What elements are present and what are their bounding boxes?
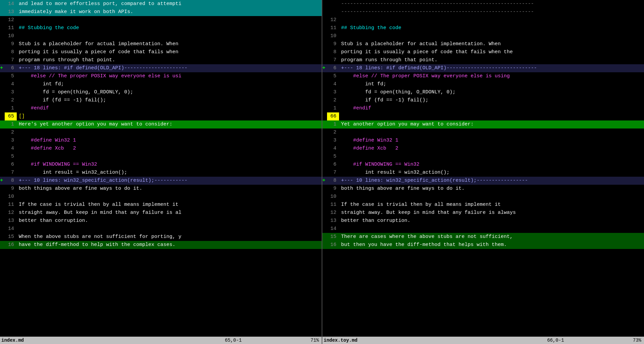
no-indicator <box>0 193 5 201</box>
no-indicator <box>0 72 5 80</box>
line: 9Stub is a placeholder for actual implem… <box>322 40 644 48</box>
line-content: fd = open(thing, O_RDONLY, 0); <box>339 88 644 96</box>
right-pane: ----------------------------------------… <box>322 0 644 344</box>
line-number: 13 <box>5 8 17 16</box>
line-content: +--- 10 lines: win32_specific_action(res… <box>339 177 644 185</box>
line: 12straight away. But keep in mind that a… <box>0 209 322 217</box>
left-filename: index.md <box>0 338 156 343</box>
left-pane: 14and lead to more effortless port, comp… <box>0 0 322 344</box>
left-status-bar: index.md 65,0-1 71% <box>0 337 322 344</box>
line: 14and lead to more effortless port, comp… <box>0 0 322 8</box>
line-content: There are cases where the above stubs ar… <box>339 233 644 241</box>
line-number: 12 <box>327 16 339 24</box>
line-content: porting it is usually a piece of code th… <box>339 48 644 56</box>
line-number: 1 <box>5 104 17 112</box>
left-content: 14and lead to more effortless port, comp… <box>0 0 322 337</box>
line-number: 1 <box>5 120 17 128</box>
line: 66 <box>322 112 644 120</box>
line-content: and lead to more effortless port, compar… <box>17 0 322 8</box>
no-indicator <box>322 104 327 112</box>
no-indicator <box>0 24 5 32</box>
line: +6+--- 18 lines: #if defined(OLD_API)---… <box>0 64 322 72</box>
line-number: 14 <box>5 225 17 233</box>
no-indicator <box>0 137 5 145</box>
line-content: +--- 18 lines: #if defined(OLD_API)-----… <box>17 64 322 72</box>
line-content: program runs through that point. <box>17 56 322 64</box>
line-number: 2 <box>327 96 339 104</box>
line-number: 5 <box>5 153 17 161</box>
right-content: ----------------------------------------… <box>322 0 644 337</box>
line-number: 7 <box>5 169 17 177</box>
no-indicator <box>0 185 5 193</box>
line-content: have the diff-method to help with the co… <box>17 241 322 249</box>
line-number: 7 <box>5 56 17 64</box>
line: ----------------------------------------… <box>322 8 644 16</box>
no-indicator <box>0 16 5 24</box>
line-number: 6 <box>5 64 17 72</box>
no-indicator <box>0 32 5 40</box>
line: 14 <box>322 225 644 233</box>
line: 10 <box>0 193 322 201</box>
no-indicator <box>322 153 327 161</box>
fold-indicator[interactable]: + <box>322 177 327 185</box>
line-number: 4 <box>327 145 339 153</box>
line: 65[] <box>0 112 322 120</box>
line: 2 if (fd == -1) fail(); <box>0 96 322 104</box>
line-number: 6 <box>5 161 17 169</box>
line-content: #else // The proper POSIX way everyone e… <box>339 72 644 80</box>
line-content: but then you have the diff-method that h… <box>339 241 644 249</box>
no-indicator <box>322 209 327 217</box>
line-number: 65 <box>5 112 17 120</box>
line: 4 #define Xcb 2 <box>0 145 322 153</box>
no-indicator <box>322 137 327 145</box>
line: 7 int result = win32_action(); <box>0 169 322 177</box>
line: 5 <box>322 153 644 161</box>
line-number: 16 <box>327 241 339 249</box>
fold-indicator[interactable]: + <box>0 177 5 185</box>
no-indicator <box>0 56 5 64</box>
line-content: #define Win32 1 <box>17 137 322 145</box>
line-number: 3 <box>327 137 339 145</box>
line-number: 9 <box>327 40 339 48</box>
line: 11If the case is trivial then by all mea… <box>0 201 322 209</box>
line: 16but then you have the diff-method that… <box>322 241 644 249</box>
no-indicator <box>0 201 5 209</box>
no-indicator <box>0 217 5 225</box>
line-content: straight away. But keep in mind that any… <box>339 209 644 217</box>
fold-indicator[interactable]: + <box>0 64 5 72</box>
no-indicator <box>322 241 327 249</box>
line-content: #else // The proper POSIX way everyone e… <box>17 72 322 80</box>
line: 10 <box>0 32 322 40</box>
line-content: int result = win32_action(); <box>17 169 322 177</box>
line: 2 if (fd == -1) fail(); <box>322 96 644 104</box>
line-number: 10 <box>327 193 339 201</box>
line-content: both things above are fine ways to do it… <box>339 185 644 193</box>
line: 6 #if WINDOWING == Win32 <box>322 161 644 169</box>
no-indicator <box>322 145 327 153</box>
line-content: program runs through that point. <box>339 56 644 64</box>
no-indicator <box>322 40 327 48</box>
line-number: 8 <box>5 48 17 56</box>
line-content: #if WINDOWING == Win32 <box>17 161 322 169</box>
line-content: if (fd == -1) fail(); <box>339 96 644 104</box>
line-content: #define Win32 1 <box>339 137 644 145</box>
line: 6 #if WINDOWING == Win32 <box>0 161 322 169</box>
line-number: 4 <box>327 80 339 88</box>
no-indicator <box>322 201 327 209</box>
line: +8+--- 10 lines: win32_specific_action(r… <box>322 177 644 185</box>
fold-indicator[interactable]: + <box>322 64 327 72</box>
line-number: 5 <box>5 72 17 80</box>
no-indicator <box>322 80 327 88</box>
line-content: fd = open(thing, O_RDONLY, 0); <box>17 88 322 96</box>
line-number: 3 <box>327 88 339 96</box>
line: 7program runs through that point. <box>322 56 644 64</box>
line: 4 #define Xcb 2 <box>322 145 644 153</box>
line-content: better than corruption. <box>17 217 322 225</box>
left-position: 65,0-1 <box>156 338 311 343</box>
line: 15When the above stubs are not sufficien… <box>0 233 322 241</box>
no-indicator <box>322 185 327 193</box>
line: 1 #endif <box>0 104 322 112</box>
no-indicator <box>322 169 327 177</box>
line-number: 6 <box>327 161 339 169</box>
line: 3 fd = open(thing, O_RDONLY, 0); <box>0 88 322 96</box>
